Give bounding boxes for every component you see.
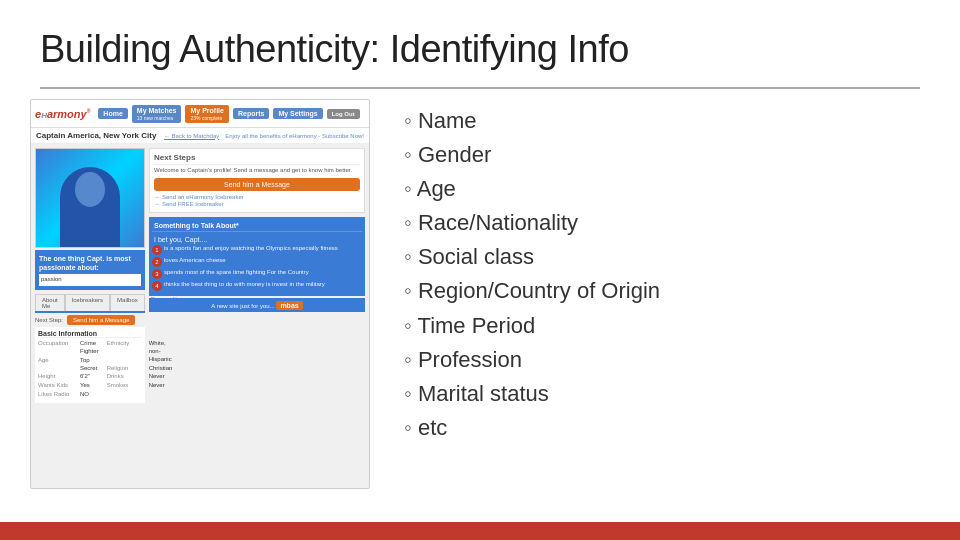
passion-title: The one thing Capt. is most passionate a… — [39, 254, 141, 272]
eh-profile-header: Captain America, New York City ← Back to… — [31, 128, 369, 144]
screenshot-panel: eHarmony® Home My Matches13 new matches … — [30, 99, 370, 489]
eh-main: The one thing Capt. is most passionate a… — [31, 144, 369, 407]
info-occupation: Occupation Crime Fighter — [38, 340, 99, 356]
talk-item-4: 4 thinks the best thing to do with money… — [152, 281, 362, 291]
back-link[interactable]: ← Back to Matchday — [164, 133, 219, 139]
bullet-marital-status: Marital status — [400, 377, 920, 411]
talk-greeting: I bet you, Capt.... — [152, 234, 362, 245]
send-message-btn[interactable]: Send him a Message — [154, 178, 360, 191]
next-step-row: Next Step: Send him a Message — [35, 313, 145, 327]
bullet-gender: Gender — [400, 138, 920, 172]
talk-item-3: 3 spends most of the spare time fighting… — [152, 269, 362, 279]
next-step-label: Next Step: — [35, 317, 63, 323]
new-site-banner: A new site just for you... mbas — [149, 298, 365, 312]
basic-info: Basic Information Occupation Crime Fight… — [35, 327, 145, 403]
title-area: Building Authenticity: Identifying Info — [0, 0, 960, 81]
info-col-left: Occupation Crime Fighter Age Top Secret … — [38, 340, 99, 400]
tab-mailbox[interactable]: Mailbox — [110, 294, 145, 311]
talk-box: Something to Talk About* I bet you, Capt… — [149, 217, 365, 296]
next-steps-box: Next Steps Welcome to Captain's profile!… — [149, 148, 365, 213]
profile-name: Captain America, New York City — [36, 131, 156, 140]
nav-matches[interactable]: My Matches13 new matches — [132, 105, 182, 123]
bullet-time-period: Time Period — [400, 309, 920, 343]
info-row: Occupation Crime Fighter Age Top Secret … — [38, 340, 142, 400]
content-area: eHarmony® Home My Matches13 new matches … — [0, 89, 960, 509]
info-age: Age Top Secret — [38, 357, 99, 373]
next-steps-title: Next Steps — [154, 153, 360, 165]
info-wants-kids: Wants Kids Yes — [38, 382, 99, 390]
bullet-list-panel: Name Gender Age Race/Nationality Social … — [390, 99, 930, 489]
slide-title: Building Authenticity: Identifying Info — [40, 28, 920, 71]
mbas-logo: mbas — [276, 301, 302, 310]
nav-reports[interactable]: Reports — [233, 108, 269, 119]
nav-settings[interactable]: My Settings — [273, 108, 322, 119]
bullet-name: Name — [400, 104, 920, 138]
tab-about[interactable]: About Me — [35, 294, 65, 311]
bullet-profession: Profession — [400, 343, 920, 377]
eh-nav: eHarmony® Home My Matches13 new matches … — [31, 100, 369, 128]
nav-logout[interactable]: Log Out — [327, 109, 360, 119]
identifying-info-list: Name Gender Age Race/Nationality Social … — [400, 104, 920, 445]
bullet-age: Age — [400, 172, 920, 206]
bullet-etc: etc — [400, 411, 920, 445]
next-step-button[interactable]: Send him a Message — [67, 315, 135, 325]
eh-logo: eHarmony® — [35, 108, 90, 120]
talk-title: Something to Talk About* — [152, 220, 362, 232]
eh-tabs: About Me Icebreakers Mailbox Personality… — [35, 294, 145, 313]
icebreaker-link-1[interactable]: Send an eHarmony Icebreaker — [154, 194, 360, 200]
tab-icebreakers[interactable]: Icebreakers — [65, 294, 110, 311]
bullet-social-class: Social class — [400, 240, 920, 274]
passion-box: The one thing Capt. is most passionate a… — [35, 250, 145, 290]
bottom-bar — [0, 522, 960, 540]
bullet-race: Race/Nationality — [400, 206, 920, 240]
passion-text: passion — [39, 274, 141, 286]
talk-item-2: 2 loves American cheese — [152, 257, 362, 267]
new-site-text: A new site just for you... — [211, 303, 274, 309]
nav-home[interactable]: Home — [98, 108, 127, 119]
nav-profile[interactable]: My Profile23% complete — [185, 105, 228, 123]
eh-left-col: The one thing Capt. is most passionate a… — [35, 148, 145, 403]
basic-info-title: Basic Information — [38, 330, 142, 338]
subscribe-text[interactable]: Enjoy all the benefits of eHarmony - Sub… — [225, 133, 364, 139]
eh-right-col: Next Steps Welcome to Captain's profile!… — [149, 148, 365, 403]
icebreaker-link-2[interactable]: Send FREE Icebreaker — [154, 201, 360, 207]
info-likes-radio: Likes Radio NO — [38, 391, 99, 399]
talk-item-1: 1 is a sports fan and enjoy watching the… — [152, 245, 362, 255]
info-height: Height 6'2" — [38, 373, 99, 381]
profile-image — [35, 148, 145, 248]
bullet-region: Region/Country of Origin — [400, 274, 920, 308]
next-steps-text: Welcome to Captain's profile! Send a mes… — [154, 167, 360, 175]
